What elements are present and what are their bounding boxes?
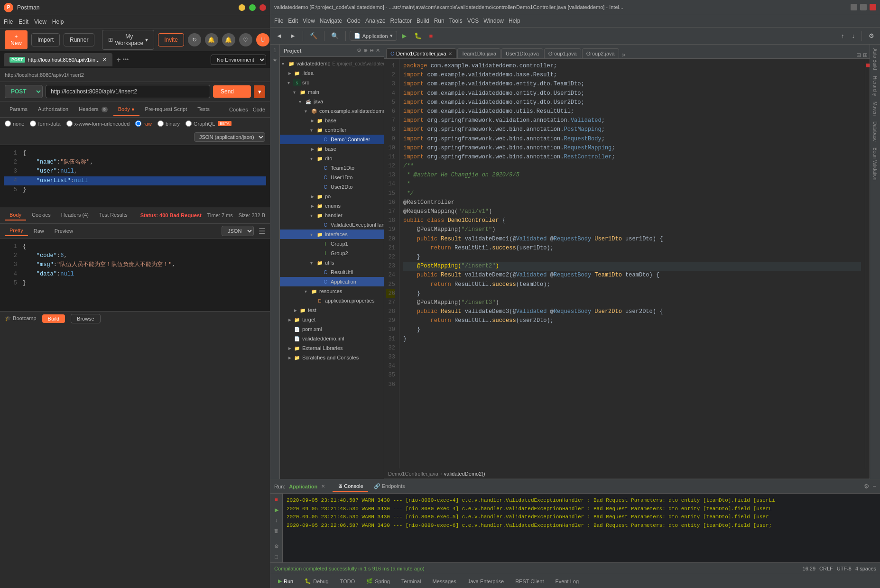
hierarchy-panel-button[interactable]: Hierarchy <box>871 74 879 98</box>
tree-enums[interactable]: ► 📁 enums <box>280 201 384 211</box>
import-button[interactable]: Import <box>31 33 60 46</box>
invite-button[interactable]: Invite <box>158 33 184 46</box>
demo1-tab-close[interactable]: ✕ <box>448 51 452 56</box>
tree-external-libs[interactable]: ► 📁 External Libraries <box>280 343 384 353</box>
tree-handler[interactable]: ▾ 📁 handler <box>280 211 384 220</box>
tree-po[interactable]: ► 📁 po <box>280 192 384 201</box>
autobuild-panel-button[interactable]: Auto Build <box>871 46 879 72</box>
ij-forward-button[interactable]: ► <box>287 30 299 41</box>
tree-dto[interactable]: ▾ 📁 dto <box>280 154 384 163</box>
tree-collapse-icon[interactable]: ⊖ <box>370 47 374 54</box>
tree-group2[interactable]: I Group2 <box>280 248 384 258</box>
minimize-button[interactable] <box>239 4 245 11</box>
ij-git-button[interactable]: ↑ <box>838 30 847 41</box>
ij-menu-navigate[interactable]: Navigate <box>320 18 342 24</box>
subtab-headers[interactable]: Headers 9 <box>74 103 112 116</box>
browse-button[interactable]: Browse <box>71 314 101 323</box>
todo-tool-tab[interactable]: TODO <box>336 577 359 586</box>
debug-tool-tab[interactable]: 🐛 Debug <box>301 576 332 586</box>
url-input[interactable] <box>46 85 210 98</box>
ij-search-everywhere-button[interactable]: 🔍 <box>328 30 342 41</box>
runner-button[interactable]: Runner <box>64 33 94 46</box>
environment-dropdown[interactable]: No Environment <box>211 55 266 65</box>
heart-icon[interactable]: ♡ <box>239 33 252 46</box>
tree-group1[interactable]: I Group1 <box>280 239 384 248</box>
expand-editor-icon[interactable]: ⊞ <box>863 52 868 58</box>
resp-tab-body[interactable]: Body <box>5 210 26 220</box>
workspace-button[interactable]: ⊞ My Workspace ▾ <box>102 30 154 50</box>
close-button[interactable] <box>259 4 266 11</box>
ij-menu-run[interactable]: Run <box>434 18 445 24</box>
ij-build-button[interactable]: 🔨 <box>307 30 320 41</box>
bean-validation-panel-button[interactable]: Bean Validation <box>871 146 879 182</box>
body-graphql-radio[interactable] <box>185 120 192 127</box>
resp-tab-testresults[interactable]: Test Results <box>94 210 132 220</box>
collapse-editor-icon[interactable]: ⊟ <box>856 52 861 58</box>
ij-menu-code[interactable]: Code <box>347 18 361 24</box>
tree-target[interactable]: ► 📁 target <box>280 315 384 324</box>
ij-settings-button[interactable]: ⚙ <box>866 30 877 41</box>
body-none-radio[interactable] <box>5 120 11 127</box>
build-button[interactable]: Build <box>42 314 65 323</box>
endpoints-tab[interactable]: 🔗 Endpoints <box>369 481 410 492</box>
tree-utils[interactable]: ▾ 📁 utils <box>280 258 384 267</box>
tree-idea[interactable]: ► 📁 .idea <box>280 68 384 78</box>
tree-validatedexception[interactable]: C ValidatedExceptionHandl... <box>280 220 384 230</box>
editor-tab-group1[interactable]: Group1.java <box>544 48 581 58</box>
tree-base[interactable]: ► 📁 base <box>280 116 384 125</box>
new-button[interactable]: + New <box>5 30 28 49</box>
run-configuration[interactable]: 📄 Application ▾ <box>350 31 397 41</box>
stop-console-button[interactable]: ■ <box>273 496 280 503</box>
rest-client-tool-tab[interactable]: REST Client <box>511 577 547 586</box>
tree-settings-icon[interactable]: ⚙ <box>357 47 361 54</box>
response-code-area[interactable]: 1 { 2 "code": 6, 3 "msg": "队伍人员不能为空！队伍负责… <box>0 239 270 311</box>
menu-file[interactable]: File <box>4 18 13 25</box>
ij-menu-analyze[interactable]: Analyze <box>365 18 386 24</box>
clear-response-icon[interactable]: ☰ <box>259 227 265 236</box>
resp-tab-cookies[interactable]: Cookies <box>27 210 56 220</box>
ij-menu-window[interactable]: Window <box>483 18 504 24</box>
menu-help[interactable]: Help <box>52 18 64 25</box>
tree-resources[interactable]: ▾ 📁 resources <box>280 286 384 296</box>
ij-debug-button[interactable]: 🐛 <box>411 30 425 41</box>
tree-pom[interactable]: 📄 pom.xml <box>280 324 384 334</box>
ij-menu-tools[interactable]: Tools <box>449 18 463 24</box>
response-format-select[interactable]: JSON <box>222 226 254 236</box>
subtab-prerequest[interactable]: Pre-request Script <box>140 103 192 116</box>
tree-application[interactable]: C Application <box>280 277 384 286</box>
ij-update-button[interactable]: ↓ <box>849 30 858 41</box>
body-formdata-radio[interactable] <box>30 120 36 127</box>
send-button[interactable]: Send <box>213 85 251 98</box>
sync-icon[interactable]: ↻ <box>188 33 201 46</box>
user-avatar[interactable]: U <box>256 33 269 46</box>
event-log-tool-tab[interactable]: Event Log <box>551 577 583 586</box>
ij-close-button[interactable] <box>870 4 876 10</box>
java-enterprise-tool-tab[interactable]: Java Enterprise <box>464 577 508 586</box>
database-panel-button[interactable]: Database <box>871 119 879 144</box>
ij-back-button[interactable]: ◄ <box>273 30 285 41</box>
editor-tab-team1dto[interactable]: Team1Dto.java <box>457 48 500 58</box>
structure-panel-button[interactable]: 1 <box>271 46 279 54</box>
add-tab-button[interactable]: + <box>116 55 120 64</box>
body-graphql-option[interactable]: GraphQL BETA <box>185 120 232 127</box>
editor-tab-demo1[interactable]: C Demo1Controller.java ✕ <box>386 48 456 58</box>
tree-team1dto[interactable]: C Team1Dto <box>280 163 384 173</box>
tree-resultutil[interactable]: C ResultUtil <box>280 267 384 277</box>
ij-run-button[interactable]: ▶ <box>399 30 409 41</box>
request-tab-1[interactable]: POST http://localhost:8080/api/v1/in... … <box>4 53 112 66</box>
body-binary-radio[interactable] <box>157 120 164 127</box>
tree-entity[interactable]: ► 📁 base <box>280 144 384 154</box>
ij-menu-build[interactable]: Build <box>417 18 429 24</box>
ij-menu-help[interactable]: Help <box>509 18 520 24</box>
restore-layout-icon[interactable]: □ <box>273 553 280 560</box>
tree-expand-icon[interactable]: ⊕ <box>363 47 368 54</box>
tree-test[interactable]: ► 📁 test <box>280 305 384 315</box>
resp-subtab-raw[interactable]: Raw <box>29 226 49 236</box>
ij-menu-edit[interactable]: Edit <box>288 18 298 24</box>
tree-package[interactable]: ▾ 📦 com.example.validateddemo <box>280 106 384 116</box>
console-output[interactable]: 2020-09-05 23:21:48.587 WARN 3430 --- [n… <box>283 494 880 562</box>
editor-tab-group2[interactable]: Group2.java <box>582 48 619 58</box>
http-method-select[interactable]: POST <box>5 85 43 98</box>
request-body-code[interactable]: 1 { 2 "name": "队伍名称", 3 "user": null, 4 … <box>0 145 270 207</box>
rerun-console-button[interactable]: ▶ <box>273 506 280 514</box>
